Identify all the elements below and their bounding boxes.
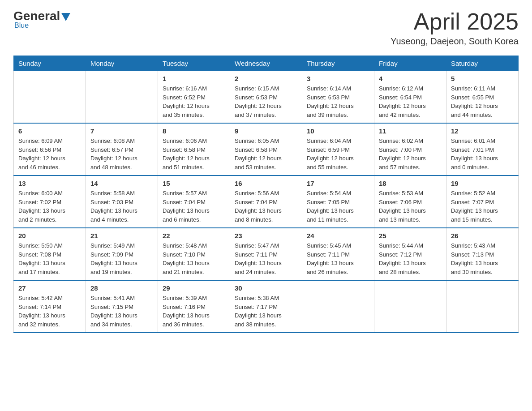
day-number: 6: [18, 127, 81, 135]
day-info: Sunrise: 6:16 AM Sunset: 6:52 PM Dayligh…: [163, 84, 225, 119]
day-info: Sunrise: 5:57 AM Sunset: 7:04 PM Dayligh…: [163, 189, 225, 224]
day-number: 13: [18, 180, 81, 187]
calendar-cell: 25Sunrise: 5:44 AM Sunset: 7:12 PM Dayli…: [374, 228, 446, 280]
weekday-header-monday: Monday: [86, 56, 158, 71]
calendar-cell: 10Sunrise: 6:04 AM Sunset: 6:59 PM Dayli…: [302, 123, 374, 176]
title-block: April 2025 Yuseong, Daejeon, South Korea: [390, 9, 519, 47]
weekday-header-tuesday: Tuesday: [158, 56, 230, 71]
day-number: 17: [307, 180, 369, 187]
calendar-cell: 6Sunrise: 6:09 AM Sunset: 6:56 PM Daylig…: [14, 123, 86, 176]
calendar-week-row: 1Sunrise: 6:16 AM Sunset: 6:52 PM Daylig…: [14, 71, 519, 124]
calendar-cell: 26Sunrise: 5:43 AM Sunset: 7:13 PM Dayli…: [446, 228, 519, 280]
calendar-cell: [374, 280, 446, 333]
day-info: Sunrise: 6:06 AM Sunset: 6:58 PM Dayligh…: [163, 137, 225, 171]
calendar-cell: 5Sunrise: 6:11 AM Sunset: 6:55 PM Daylig…: [446, 71, 519, 124]
day-info: Sunrise: 5:41 AM Sunset: 7:15 PM Dayligh…: [90, 294, 153, 329]
day-number: 2: [235, 75, 297, 82]
calendar-cell: [14, 71, 86, 124]
day-info: Sunrise: 5:39 AM Sunset: 7:16 PM Dayligh…: [163, 294, 225, 329]
day-info: Sunrise: 5:53 AM Sunset: 7:06 PM Dayligh…: [379, 189, 442, 224]
day-number: 26: [451, 232, 514, 240]
calendar-cell: 1Sunrise: 6:16 AM Sunset: 6:52 PM Daylig…: [158, 71, 230, 124]
weekday-header-sunday: Sunday: [14, 56, 86, 71]
calendar-header: SundayMondayTuesdayWednesdayThursdayFrid…: [14, 56, 519, 71]
day-info: Sunrise: 6:12 AM Sunset: 6:54 PM Dayligh…: [379, 84, 442, 119]
calendar-cell: 27Sunrise: 5:42 AM Sunset: 7:14 PM Dayli…: [14, 280, 86, 333]
day-number: 12: [451, 127, 514, 135]
day-number: 19: [451, 180, 514, 187]
calendar-cell: [302, 280, 374, 333]
day-info: Sunrise: 5:38 AM Sunset: 7:17 PM Dayligh…: [235, 294, 297, 329]
calendar-cell: 22Sunrise: 5:48 AM Sunset: 7:10 PM Dayli…: [158, 228, 230, 280]
day-number: 9: [235, 127, 297, 135]
weekday-header-saturday: Saturday: [446, 56, 519, 71]
day-number: 23: [235, 232, 297, 240]
calendar-cell: 19Sunrise: 5:52 AM Sunset: 7:07 PM Dayli…: [446, 176, 519, 228]
calendar-week-row: 20Sunrise: 5:50 AM Sunset: 7:08 PM Dayli…: [14, 228, 519, 280]
calendar-cell: 17Sunrise: 5:54 AM Sunset: 7:05 PM Dayli…: [302, 176, 374, 228]
calendar-cell: 15Sunrise: 5:57 AM Sunset: 7:04 PM Dayli…: [158, 176, 230, 228]
day-number: 24: [307, 232, 369, 240]
day-number: 15: [163, 180, 225, 187]
day-number: 11: [379, 127, 442, 135]
calendar-cell: 8Sunrise: 6:06 AM Sunset: 6:58 PM Daylig…: [158, 123, 230, 176]
calendar-cell: 24Sunrise: 5:45 AM Sunset: 7:11 PM Dayli…: [302, 228, 374, 280]
day-number: 4: [379, 75, 442, 82]
calendar-cell: 12Sunrise: 6:01 AM Sunset: 7:01 PM Dayli…: [446, 123, 519, 176]
day-number: 10: [307, 127, 369, 135]
logo-triangle-icon: [61, 13, 70, 21]
calendar-cell: 29Sunrise: 5:39 AM Sunset: 7:16 PM Dayli…: [158, 280, 230, 333]
calendar-cell: 11Sunrise: 6:02 AM Sunset: 7:00 PM Dayli…: [374, 123, 446, 176]
day-info: Sunrise: 5:47 AM Sunset: 7:11 PM Dayligh…: [235, 241, 297, 276]
day-number: 27: [18, 284, 81, 292]
logo: General Blue: [13, 9, 70, 30]
day-info: Sunrise: 6:01 AM Sunset: 7:01 PM Dayligh…: [451, 137, 514, 171]
day-info: Sunrise: 5:43 AM Sunset: 7:13 PM Dayligh…: [451, 241, 514, 276]
calendar-cell: 13Sunrise: 6:00 AM Sunset: 7:02 PM Dayli…: [14, 176, 86, 228]
weekday-header-row: SundayMondayTuesdayWednesdayThursdayFrid…: [14, 56, 519, 71]
day-info: Sunrise: 5:49 AM Sunset: 7:09 PM Dayligh…: [90, 241, 153, 276]
weekday-header-friday: Friday: [374, 56, 446, 71]
day-info: Sunrise: 6:11 AM Sunset: 6:55 PM Dayligh…: [451, 84, 514, 119]
calendar-cell: 14Sunrise: 5:58 AM Sunset: 7:03 PM Dayli…: [86, 176, 158, 228]
day-info: Sunrise: 5:56 AM Sunset: 7:04 PM Dayligh…: [235, 189, 297, 224]
page-subtitle: Yuseong, Daejeon, South Korea: [390, 36, 519, 47]
day-info: Sunrise: 6:04 AM Sunset: 6:59 PM Dayligh…: [307, 137, 369, 171]
day-number: 16: [235, 180, 297, 187]
day-info: Sunrise: 5:58 AM Sunset: 7:03 PM Dayligh…: [90, 189, 153, 224]
day-info: Sunrise: 5:52 AM Sunset: 7:07 PM Dayligh…: [451, 189, 514, 224]
calendar-cell: 21Sunrise: 5:49 AM Sunset: 7:09 PM Dayli…: [86, 228, 158, 280]
calendar-cell: [446, 280, 519, 333]
calendar-cell: 3Sunrise: 6:14 AM Sunset: 6:53 PM Daylig…: [302, 71, 374, 124]
day-info: Sunrise: 5:42 AM Sunset: 7:14 PM Dayligh…: [18, 294, 81, 329]
logo-blue-text: Blue: [14, 21, 29, 30]
calendar-cell: 20Sunrise: 5:50 AM Sunset: 7:08 PM Dayli…: [14, 228, 86, 280]
day-info: Sunrise: 6:15 AM Sunset: 6:53 PM Dayligh…: [235, 84, 297, 119]
calendar-cell: [86, 71, 158, 124]
day-info: Sunrise: 5:50 AM Sunset: 7:08 PM Dayligh…: [18, 241, 81, 276]
calendar-cell: 30Sunrise: 5:38 AM Sunset: 7:17 PM Dayli…: [230, 280, 302, 333]
page-header: General Blue April 2025 Yuseong, Daejeon…: [13, 9, 519, 47]
day-number: 14: [90, 180, 153, 187]
day-number: 5: [451, 75, 514, 82]
day-number: 21: [90, 232, 153, 240]
calendar-cell: 23Sunrise: 5:47 AM Sunset: 7:11 PM Dayli…: [230, 228, 302, 280]
day-info: Sunrise: 5:45 AM Sunset: 7:11 PM Dayligh…: [307, 241, 369, 276]
day-number: 25: [379, 232, 442, 240]
weekday-header-wednesday: Wednesday: [230, 56, 302, 71]
weekday-header-thursday: Thursday: [302, 56, 374, 71]
day-number: 22: [163, 232, 225, 240]
calendar-week-row: 13Sunrise: 6:00 AM Sunset: 7:02 PM Dayli…: [14, 176, 519, 228]
day-number: 8: [163, 127, 225, 135]
day-info: Sunrise: 5:48 AM Sunset: 7:10 PM Dayligh…: [163, 241, 225, 276]
calendar-cell: 16Sunrise: 5:56 AM Sunset: 7:04 PM Dayli…: [230, 176, 302, 228]
day-number: 30: [235, 284, 297, 292]
calendar-cell: 4Sunrise: 6:12 AM Sunset: 6:54 PM Daylig…: [374, 71, 446, 124]
calendar-cell: 28Sunrise: 5:41 AM Sunset: 7:15 PM Dayli…: [86, 280, 158, 333]
day-number: 29: [163, 284, 225, 292]
day-info: Sunrise: 6:09 AM Sunset: 6:56 PM Dayligh…: [18, 137, 81, 171]
day-number: 20: [18, 232, 81, 240]
day-info: Sunrise: 6:00 AM Sunset: 7:02 PM Dayligh…: [18, 189, 81, 224]
calendar-table: SundayMondayTuesdayWednesdayThursdayFrid…: [13, 56, 519, 333]
day-info: Sunrise: 6:05 AM Sunset: 6:58 PM Dayligh…: [235, 137, 297, 171]
